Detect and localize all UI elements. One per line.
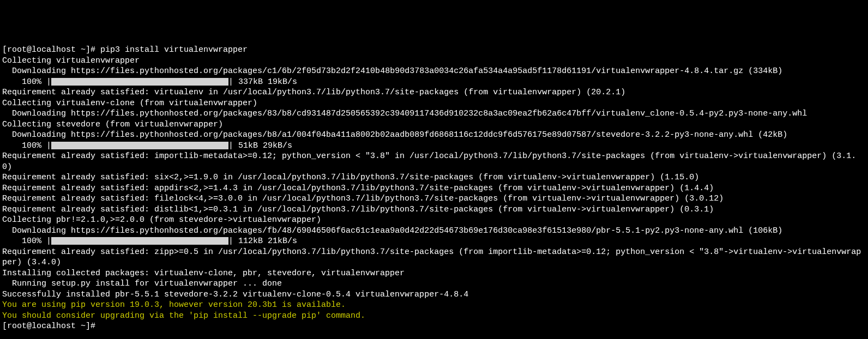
output-line: Requirement already satisfied: six<2,>=1…: [2, 173, 699, 182]
progress-line: 100% || 337kB 19kB/s: [2, 77, 297, 87]
output-line: Requirement already satisfied: virtualen…: [2, 88, 625, 97]
warning-line: You are using pip version 19.0.3, howeve…: [2, 300, 346, 310]
output-line: Requirement already satisfied: zipp>=0.5…: [2, 247, 861, 268]
cursor: [95, 322, 100, 331]
output-line: Requirement already satisfied: importlib…: [2, 152, 856, 172]
progress-line: 100% || 112kB 21kB/s: [2, 237, 297, 246]
output-line: Installing collected packages: virtualen…: [2, 269, 405, 278]
progress-line: 100% || 51kB 29kB/s: [2, 141, 292, 150]
output-line: Downloading https://files.pythonhosted.o…: [2, 109, 807, 118]
output-line: Downloading https://files.pythonhosted.o…: [2, 130, 787, 140]
progress-bar: [51, 142, 228, 149]
output-line: Collecting stevedore (from virtualenvwra…: [2, 120, 223, 129]
progress-percent: 100% |: [2, 77, 51, 87]
output-line: Requirement already satisfied: appdirs<2…: [2, 184, 714, 193]
command-text: pip3 install virtualenvwrapper: [100, 45, 248, 55]
output-line: Collecting virtualenv-clone (from virtua…: [2, 99, 257, 108]
output-line: Downloading https://files.pythonhosted.o…: [2, 66, 782, 76]
progress-speed: | 337kB 19kB/s: [228, 77, 297, 87]
progress-bar: [51, 78, 228, 86]
output-line: Requirement already satisfied: filelock<…: [2, 194, 724, 203]
shell-prompt: [root@localhost ~]#: [2, 45, 100, 55]
progress-percent: 100% |: [2, 237, 51, 246]
terminal-output[interactable]: [root@localhost ~]# pip3 install virtual…: [2, 45, 866, 332]
shell-prompt: [root@localhost ~]#: [2, 322, 95, 331]
progress-speed: | 112kB 21kB/s: [228, 237, 297, 246]
output-line: Downloading https://files.pythonhosted.o…: [2, 226, 782, 235]
output-line: Successfully installed pbr-5.5.1 stevedo…: [2, 290, 468, 299]
progress-bar: [51, 237, 228, 245]
output-line: Requirement already satisfied: distlib<1…: [2, 205, 714, 214]
progress-percent: 100% |: [2, 141, 51, 150]
output-line: Collecting virtualenvwrapper: [2, 56, 140, 65]
warning-line: You should consider upgrading via the 'p…: [2, 311, 365, 320]
output-line: Collecting pbr!=2.1.0,>=2.0.0 (from stev…: [2, 215, 321, 225]
progress-speed: | 51kB 29kB/s: [228, 141, 292, 150]
output-line: Running setup.py install for virtualenvw…: [2, 279, 282, 288]
